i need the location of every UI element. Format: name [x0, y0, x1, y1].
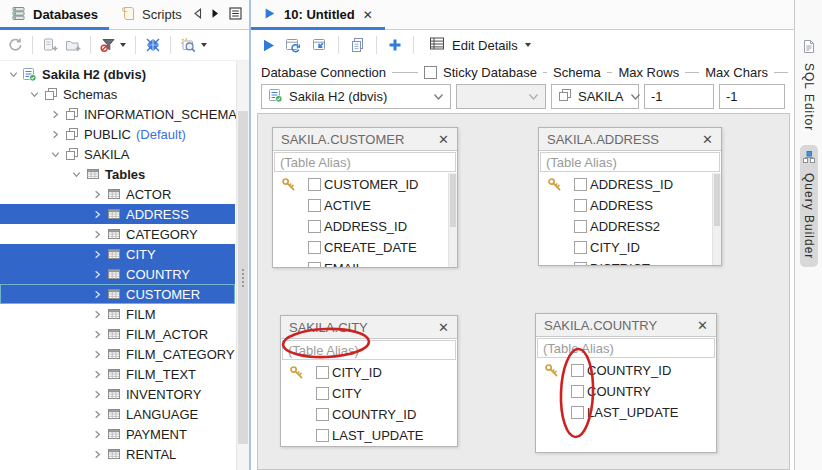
tab-databases[interactable]: Databases: [0, 0, 109, 29]
tree-item-public[interactable]: PUBLIC(Default): [0, 124, 235, 144]
chevron-collapsed-icon[interactable]: [48, 108, 63, 121]
close-icon[interactable]: ✕: [438, 321, 449, 334]
tree-item-film-category[interactable]: FILM_CATEGORY: [0, 344, 235, 364]
table-card-header[interactable]: SAKILA.CUSTOMER✕: [273, 128, 457, 151]
column-checkbox[interactable]: [308, 178, 321, 191]
tree-item-sakila-h2-dbvis-[interactable]: Sakila H2 (dbvis): [0, 64, 235, 84]
chevron-collapsed-icon[interactable]: [90, 288, 105, 301]
column-checkbox[interactable]: [571, 406, 584, 419]
column-checkbox[interactable]: [574, 220, 587, 233]
close-icon[interactable]: ✕: [702, 133, 713, 146]
column-row-address-id[interactable]: ADDRESS_ID: [273, 216, 457, 237]
tree-item-country[interactable]: COUNTRY: [0, 264, 235, 284]
add-connection-icon[interactable]: [42, 37, 58, 53]
column-row-city-id[interactable]: CITY_ID: [281, 362, 457, 383]
tab-sql-editor[interactable]: SQL Editor: [800, 34, 818, 138]
column-row-district[interactable]: DISTRICT: [539, 258, 721, 265]
tree-item-inventory[interactable]: INVENTORY: [0, 384, 235, 404]
card-scrollbar-thumb[interactable]: [714, 174, 720, 226]
refresh-icon[interactable]: [7, 37, 23, 53]
column-row-last-update[interactable]: LAST_UPDATE: [281, 425, 457, 446]
tree-item-customer[interactable]: CUSTOMER: [0, 284, 235, 304]
column-row-create-date[interactable]: CREATE_DATE: [273, 237, 457, 258]
chevron-expanded-icon[interactable]: [27, 88, 42, 101]
column-checkbox[interactable]: [571, 385, 584, 398]
nav-forward-icon[interactable]: [211, 7, 220, 22]
chevron-expanded-icon[interactable]: [48, 148, 63, 161]
database-connection-select[interactable]: Sakila H2 (dbvis): [261, 84, 451, 109]
collapse-all-icon[interactable]: [145, 37, 161, 53]
column-checkbox[interactable]: [316, 387, 329, 400]
tree-item-payment[interactable]: PAYMENT: [0, 424, 235, 444]
tab-list-icon[interactable]: [229, 7, 242, 23]
chevron-collapsed-icon[interactable]: [90, 228, 105, 241]
card-scrollbar[interactable]: [448, 173, 457, 267]
close-icon[interactable]: ✕: [697, 319, 708, 332]
table-alias-input[interactable]: [540, 152, 720, 172]
table-card-sakila-customer[interactable]: SAKILA.CUSTOMER✕CUSTOMER_IDACTIVEADDRESS…: [272, 127, 458, 268]
tree-item-film-text[interactable]: FILM_TEXT: [0, 364, 235, 384]
table-card-sakila-address[interactable]: SAKILA.ADDRESS✕ADDRESS_IDADDRESSADDRESS2…: [538, 127, 722, 266]
card-scrollbar-thumb[interactable]: [450, 174, 456, 227]
chevron-collapsed-icon[interactable]: [90, 328, 105, 341]
tree-item-category[interactable]: CATEGORY: [0, 224, 235, 244]
table-card-sakila-country[interactable]: SAKILA.COUNTRY✕COUNTRY_IDCOUNTRYLAST_UPD…: [535, 313, 717, 453]
tab-untitled[interactable]: 10: Untitled ✕: [251, 0, 385, 29]
column-row-active[interactable]: ACTIVE: [273, 195, 457, 216]
table-card-sakila-city[interactable]: SAKILA.CITY✕CITY_IDCITYCOUNTRY_IDLAST_UP…: [280, 315, 458, 447]
execute-in-new-window-icon[interactable]: [285, 37, 302, 53]
table-alias-input[interactable]: [537, 338, 715, 358]
column-checkbox[interactable]: [571, 364, 584, 377]
chevron-expanded-icon[interactable]: [6, 68, 21, 81]
chevron-collapsed-icon[interactable]: [90, 268, 105, 281]
column-checkbox[interactable]: [316, 408, 329, 421]
column-row-email[interactable]: EMAIL: [273, 258, 457, 267]
chevron-collapsed-icon[interactable]: [90, 348, 105, 361]
table-alias-input[interactable]: [282, 340, 456, 360]
chevron-collapsed-icon[interactable]: [90, 448, 105, 461]
column-row-city[interactable]: CITY: [281, 383, 457, 404]
column-checkbox[interactable]: [316, 429, 329, 442]
close-icon[interactable]: ✕: [438, 133, 449, 146]
query-builder-canvas[interactable]: SAKILA.CUSTOMER✕CUSTOMER_IDACTIVEADDRESS…: [257, 113, 790, 470]
tree-scrollbar-thumb[interactable]: [238, 111, 248, 444]
chevron-collapsed-icon[interactable]: [90, 188, 105, 201]
chevron-collapsed-icon[interactable]: [90, 368, 105, 381]
column-checkbox[interactable]: [308, 241, 321, 254]
close-icon[interactable]: ✕: [363, 8, 373, 22]
copy-icon[interactable]: [350, 37, 365, 53]
table-alias-input[interactable]: [274, 152, 456, 172]
chevron-collapsed-icon[interactable]: [90, 428, 105, 441]
add-folder-icon[interactable]: [65, 37, 81, 53]
tree-item-actor[interactable]: ACTOR: [0, 184, 235, 204]
column-row-country-id[interactable]: COUNTRY_ID: [281, 404, 457, 425]
chevron-expanded-icon[interactable]: [69, 168, 84, 181]
column-checkbox[interactable]: [574, 241, 587, 254]
chevron-collapsed-icon[interactable]: [90, 388, 105, 401]
tree-item-tables[interactable]: Tables: [0, 164, 235, 184]
chevron-collapsed-icon[interactable]: [90, 408, 105, 421]
filter-icon[interactable]: [100, 37, 126, 53]
card-scrollbar[interactable]: [712, 173, 721, 265]
tab-scripts[interactable]: Scripts: [109, 0, 193, 29]
column-checkbox[interactable]: [574, 262, 587, 265]
column-row-country-id[interactable]: COUNTRY_ID: [536, 360, 716, 381]
column-row-customer-id[interactable]: CUSTOMER_ID: [273, 174, 457, 195]
tree-item-film[interactable]: FILM: [0, 304, 235, 324]
chevron-collapsed-icon[interactable]: [90, 308, 105, 321]
tree-item-information-schema[interactable]: INFORMATION_SCHEMA: [0, 104, 235, 124]
nav-back-icon[interactable]: [193, 7, 202, 22]
max-chars-input[interactable]: [719, 84, 785, 109]
column-row-address-id[interactable]: ADDRESS_ID: [539, 174, 721, 195]
pin-result-icon[interactable]: [311, 37, 327, 53]
column-checkbox[interactable]: [308, 262, 321, 267]
tree-item-city[interactable]: CITY: [0, 244, 235, 264]
find-dropdown-caret[interactable]: [201, 43, 207, 47]
column-row-country[interactable]: COUNTRY: [536, 381, 716, 402]
tree-item-schemas[interactable]: Schemas: [0, 84, 235, 104]
chevron-collapsed-icon[interactable]: [90, 248, 105, 261]
column-checkbox[interactable]: [316, 366, 329, 379]
tree-scrollbar[interactable]: [236, 61, 249, 470]
tree-item-address[interactable]: ADDRESS: [0, 204, 235, 224]
tree-item-sakila[interactable]: SAKILA: [0, 144, 235, 164]
